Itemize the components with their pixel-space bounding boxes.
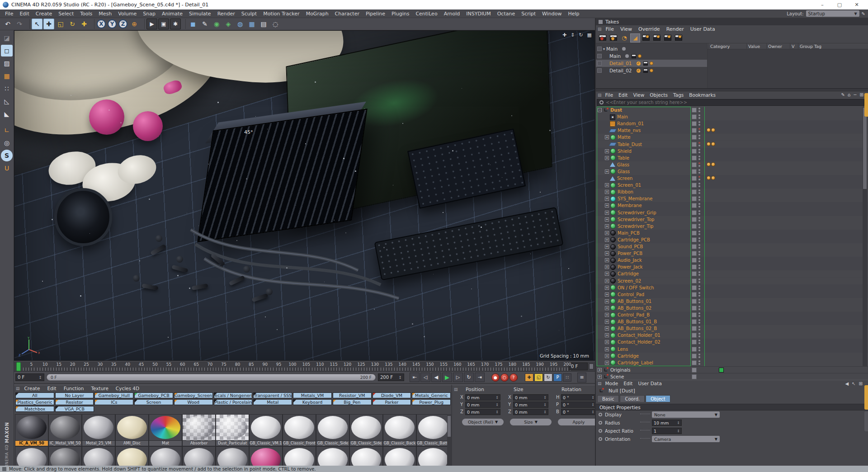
takes-menu-file[interactable]: File — [603, 26, 617, 32]
visibility-dot-editor[interactable] — [698, 203, 700, 205]
coord-mode-dropdown-object-rel[interactable]: Object (Rel)▼ — [462, 419, 504, 425]
polygons-mode-icon[interactable]: ◣ — [1, 108, 13, 120]
om-home-icon[interactable]: ⌂ — [848, 92, 850, 97]
visibility-dot-render[interactable] — [698, 137, 700, 139]
object-row-sound-pcb-20[interactable]: +Sound_PCB — [596, 243, 868, 250]
key-parameter-button[interactable]: P — [553, 373, 562, 382]
om-menu-file[interactable]: File — [603, 92, 616, 98]
object-row-screen-01-11[interactable]: +Screen_01 — [596, 182, 868, 189]
expand-icon[interactable]: + — [605, 135, 609, 139]
visibility-dots[interactable] — [698, 306, 700, 310]
visibility-dot-editor[interactable] — [698, 183, 700, 184]
stepper-icon[interactable]: ↕ — [495, 403, 499, 407]
material-swatch-row2-2[interactable] — [82, 446, 115, 466]
visibility-dot-render[interactable] — [698, 329, 700, 330]
menu-select[interactable]: Select — [55, 11, 77, 17]
visibility-dot-editor[interactable] — [698, 258, 700, 260]
animation-dot-icon[interactable] — [599, 429, 602, 433]
objects-side-tab[interactable] — [864, 93, 868, 117]
expand-icon[interactable]: + — [605, 217, 609, 222]
visibility-dot-editor[interactable] — [698, 231, 700, 232]
lock-y-axis-icon[interactable]: Y — [108, 19, 117, 28]
visibility-dot-render[interactable] — [698, 247, 700, 249]
expand-icon[interactable]: + — [605, 251, 609, 255]
menu-script[interactable]: Script — [518, 11, 539, 17]
material-swatch-row2-7[interactable] — [249, 446, 283, 466]
expand-icon[interactable]: + — [605, 190, 609, 194]
visibility-dot-editor[interactable] — [698, 333, 700, 335]
visibility-dot-render[interactable] — [698, 124, 700, 126]
material-filter-gameboy-pcb[interactable]: Gameboy_PCB — [134, 392, 173, 398]
chevron-down-icon[interactable]: ▾ — [603, 47, 605, 51]
material-filter-matchbox[interactable]: Matchbox — [15, 406, 54, 412]
material-swatch-row2-11[interactable] — [383, 446, 416, 466]
visibility-dots[interactable] — [698, 189, 700, 194]
object-row-matte-4[interactable]: +Matte — [596, 134, 868, 141]
keyframe-selection-button[interactable]: ? — [509, 373, 518, 382]
visibility-dot-editor[interactable] — [698, 162, 700, 164]
stepper-icon[interactable]: ↕ — [495, 410, 499, 414]
visibility-dot-render[interactable] — [698, 220, 700, 222]
visibility-dot-editor[interactable] — [698, 271, 700, 273]
object-manager-scrollbar[interactable] — [863, 107, 867, 366]
visibility-dot-editor[interactable] — [698, 135, 700, 137]
material-filter-plastic-porcelain[interactable]: Plastic / Porcelain — [214, 399, 253, 405]
menu-window[interactable]: Window — [539, 11, 565, 17]
expand-icon[interactable]: + — [605, 293, 609, 297]
visibility-dot-render[interactable] — [698, 158, 700, 160]
stepper-icon[interactable]: ↕ — [543, 410, 547, 414]
minimize-button[interactable]: – — [814, 0, 831, 9]
tab-coord[interactable]: Coord. — [620, 395, 645, 402]
takes-menu-render[interactable]: Render — [663, 26, 687, 32]
menu-sculpt[interactable]: Sculpt — [238, 11, 260, 17]
visibility-dot-render[interactable] — [698, 151, 700, 153]
lock-x-axis-icon[interactable]: X — [97, 19, 106, 28]
visibility-dots[interactable] — [698, 183, 700, 187]
stepper-icon[interactable]: ↕ — [591, 410, 594, 414]
layers-side-tab[interactable] — [864, 411, 868, 431]
material-swatch-ic-metal-vm-50[interactable]: IC_Metal_VM_50 — [48, 414, 82, 446]
tab-basic[interactable]: Basic — [597, 395, 619, 402]
redo-icon[interactable]: ↷ — [14, 19, 25, 29]
object-row-dust-0[interactable]: −∟Dust — [596, 107, 868, 113]
coord-field-rotation-h[interactable]: 0 °↕ — [561, 394, 596, 401]
dolly-icon[interactable]: ⇕ — [571, 32, 575, 38]
goto-parent-take-icon[interactable] — [652, 33, 662, 42]
visibility-dots[interactable] — [698, 162, 700, 167]
visibility-dot-editor[interactable] — [698, 278, 700, 280]
edges-mode-icon[interactable]: ◺ — [1, 95, 13, 107]
visibility-dot-editor[interactable] — [698, 189, 700, 191]
expand-icon[interactable]: + — [605, 361, 609, 365]
take-overrides-icon[interactable]: ◔ — [619, 33, 629, 42]
pan-icon[interactable]: ✚ — [562, 32, 566, 38]
object-row-contact-holder-02-34[interactable]: +Contact_Holder_02 — [596, 339, 868, 345]
object-row-control-pad-b-30[interactable]: +Control_Pad_B — [596, 312, 868, 318]
menu-help[interactable]: Help — [565, 11, 582, 17]
takes-menu-override[interactable]: Override — [635, 26, 663, 32]
object-search-input[interactable] — [606, 100, 862, 105]
menu-insydium[interactable]: INSYDIUM — [463, 11, 494, 17]
om-menu-edit[interactable]: Edit — [616, 92, 630, 98]
visibility-dot-render[interactable] — [698, 227, 700, 228]
goto-previous-key-button[interactable]: ◁ — [420, 373, 430, 382]
visibility-dot-editor[interactable] — [698, 128, 700, 130]
current-frame-box[interactable]: 0 F — [569, 363, 588, 370]
object-row-glass-8[interactable]: Glass — [596, 161, 868, 168]
visibility-dots[interactable] — [698, 176, 700, 180]
object-row-cartridge-label-37[interactable]: +Cartridge_Label — [596, 359, 868, 366]
points-mode-icon[interactable]: ∷ — [1, 83, 13, 94]
visibility-dots[interactable] — [698, 196, 700, 201]
visibility-dot-render[interactable] — [698, 117, 700, 119]
visibility-dots[interactable] — [698, 244, 700, 249]
visibility-dots[interactable] — [698, 156, 700, 160]
material-swatch-gb-classic-batte[interactable]: GB_Classic_Batte — [416, 414, 450, 446]
expand-icon[interactable]: + — [605, 279, 609, 283]
visibility-dot-editor[interactable] — [698, 224, 700, 226]
material-swatch-row2-5[interactable] — [182, 446, 216, 466]
visibility-dots[interactable] — [698, 251, 700, 255]
object-search[interactable] — [597, 99, 864, 106]
visibility-dots[interactable] — [698, 108, 700, 112]
tab-object[interactable]: Object — [646, 395, 670, 402]
attribute-menu-mode[interactable]: Mode — [603, 381, 621, 386]
object-row-random-01-2[interactable]: ∷Random_01 — [596, 120, 868, 127]
